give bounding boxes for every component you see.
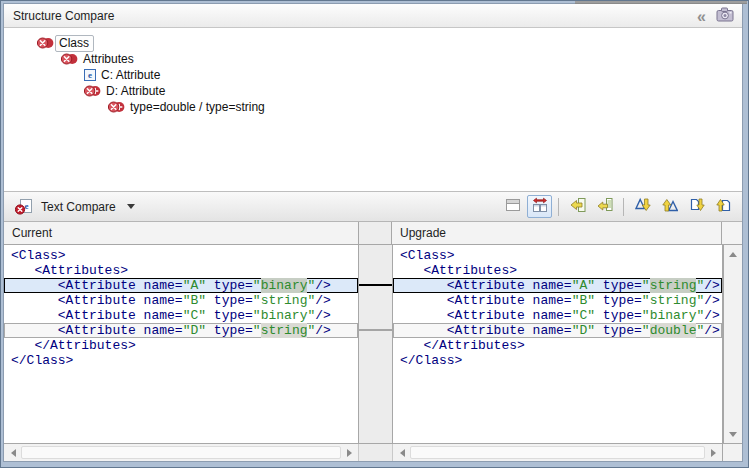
code-line[interactable]: <Attribute name="A" type="binary"/>	[4, 278, 358, 293]
pane-header-gap	[359, 222, 392, 244]
changed-text: binary	[261, 278, 308, 293]
tree-item-label: Attributes	[83, 52, 134, 66]
code-text: type=	[206, 308, 253, 323]
code-line[interactable]: <Class>	[4, 248, 358, 263]
tree-item[interactable]: eC: Attribute	[4, 67, 742, 83]
code-text: type=	[595, 323, 642, 338]
camera-icon[interactable]	[716, 7, 734, 22]
code-text: "string"	[642, 293, 704, 308]
copy-all-right-to-left-icon	[570, 197, 586, 216]
tree-item-label: D: Attribute	[106, 84, 165, 98]
code-text: <Attribute name=	[11, 308, 183, 323]
tree-item[interactable]: D: Attribute	[4, 83, 742, 99]
code-line[interactable]: </Class>	[393, 353, 722, 368]
code-text: type=	[206, 323, 253, 338]
code-text: <Attributes>	[400, 263, 517, 278]
scroll-up-arrow[interactable]	[724, 246, 742, 262]
tree-item[interactable]: type=double / type=string	[4, 99, 742, 115]
vertical-scrollbar[interactable]	[723, 245, 742, 443]
copy-current-right-to-left-button[interactable]	[592, 195, 617, 218]
next-difference-button[interactable]	[630, 195, 655, 218]
code-text: />	[704, 278, 720, 293]
code-line[interactable]: <Attributes>	[4, 263, 358, 278]
code-line[interactable]: <Attribute name="D" type="string"/>	[4, 323, 358, 338]
code-text: "B"	[183, 293, 206, 308]
code-line[interactable]: <Attribute name="D" type="double"/>	[393, 323, 722, 338]
code-text: "string"	[253, 293, 315, 308]
previous-difference-button[interactable]	[657, 195, 682, 218]
triangle-left-icon	[400, 449, 405, 457]
code-text: />	[704, 323, 720, 338]
tree-item[interactable]: Attributes	[4, 51, 742, 67]
conflict-change-icon	[61, 53, 78, 65]
code-line[interactable]: <Attribute name="A" type="string"/>	[393, 278, 722, 293]
changed-text: string	[261, 323, 308, 338]
code-text: <Attribute name=	[400, 293, 572, 308]
code-line[interactable]: <Attribute name="C" type="binary"/>	[393, 308, 722, 323]
copy-current-right-to-left-icon	[597, 197, 613, 216]
conflict-add-icon	[108, 101, 125, 113]
code-text: <Attribute name=	[400, 308, 572, 323]
collapse-chevrons-icon[interactable]: «	[697, 8, 704, 25]
scroll-down-arrow[interactable]	[724, 426, 742, 442]
triangle-right-icon	[347, 449, 352, 457]
ancestor-pane-layout-button[interactable]	[500, 195, 525, 218]
code-line[interactable]: </Class>	[4, 353, 358, 368]
structure-compare-actions: «	[697, 7, 734, 25]
toolbar-separator	[558, 198, 559, 216]
code-line[interactable]: <Attributes>	[393, 263, 722, 278]
triangle-left-icon	[11, 449, 16, 457]
code-text: </Class>	[400, 353, 462, 368]
right-horizontal-scrollbar[interactable]	[392, 444, 722, 461]
code-text: </Class>	[11, 353, 73, 368]
previous-difference-icon	[662, 197, 678, 216]
copy-all-right-to-left-button[interactable]	[565, 195, 590, 218]
code-text: type=	[595, 308, 642, 323]
code-text: "	[253, 323, 261, 338]
compare-code-area: <Class> <Attributes> <Attribute name="A"…	[4, 245, 742, 443]
left-horizontal-scrollbar[interactable]	[4, 444, 359, 461]
left-code-pane[interactable]: <Class> <Attributes> <Attribute name="A"…	[4, 245, 359, 443]
structure-compare-tree: ClassAttributeseC: AttributeD: Attribute…	[4, 28, 742, 191]
code-text: <Attribute name=	[400, 323, 572, 338]
code-text: "A"	[572, 278, 595, 293]
structure-compare-title: Structure Compare	[13, 9, 114, 23]
code-line[interactable]: <Attribute name="B" type="string"/>	[4, 293, 358, 308]
chevron-down-icon[interactable]	[127, 204, 135, 209]
side-by-side-swap-button[interactable]	[527, 195, 552, 218]
next-change-button[interactable]	[684, 195, 709, 218]
code-line[interactable]: <Attribute name="C" type="binary"/>	[4, 308, 358, 323]
scroll-left-arrow[interactable]	[394, 444, 410, 461]
conflict-change-icon	[37, 37, 54, 49]
svg-text:e: e	[88, 70, 92, 80]
previous-change-button[interactable]	[711, 195, 736, 218]
toolbar-separator	[623, 198, 624, 216]
right-code-pane[interactable]: <Class> <Attributes> <Attribute name="A"…	[392, 245, 723, 443]
code-text: />	[315, 293, 331, 308]
code-text: <Attribute name=	[11, 323, 183, 338]
tree-item-label: C: Attribute	[101, 68, 160, 82]
code-text: "binary"	[253, 308, 315, 323]
code-line[interactable]: <Class>	[393, 248, 722, 263]
right-hscroll-thumb[interactable]	[410, 446, 705, 459]
code-line[interactable]: <Attribute name="B" type="string"/>	[393, 293, 722, 308]
tree-item[interactable]: Class	[4, 35, 742, 51]
text-compare-toolbar: e Text Compare	[4, 191, 742, 222]
code-line[interactable]: </Attributes>	[393, 338, 722, 353]
code-text: "B"	[572, 293, 595, 308]
scroll-right-arrow[interactable]	[705, 444, 721, 461]
compare-editor-icon: e	[15, 199, 33, 215]
code-text: />	[315, 323, 331, 338]
changed-diff-connector	[359, 329, 392, 331]
right-pane-header: Upgrade	[392, 222, 722, 244]
next-difference-icon	[635, 197, 651, 216]
scroll-left-arrow[interactable]	[5, 444, 21, 461]
code-text: type=	[206, 278, 253, 293]
left-hscroll-thumb[interactable]	[21, 446, 341, 459]
code-text: "C"	[572, 308, 595, 323]
code-text: />	[704, 308, 720, 323]
code-text: <Class>	[400, 248, 455, 263]
code-line[interactable]: </Attributes>	[4, 338, 358, 353]
code-text: <Attribute name=	[11, 278, 183, 293]
scroll-right-arrow[interactable]	[341, 444, 357, 461]
